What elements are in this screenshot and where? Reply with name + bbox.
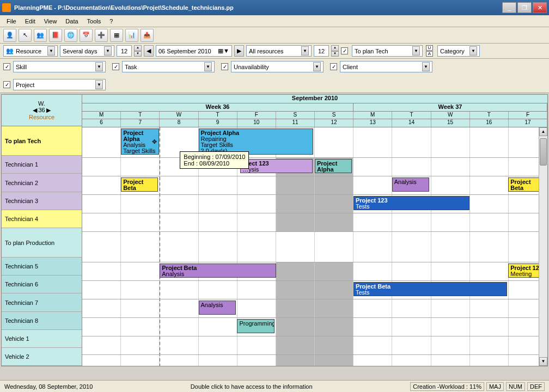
day-number-cell: 10: [237, 119, 276, 127]
event-tech1-alpha-delivery[interactable]: Project AlphaDelivery: [315, 159, 352, 173]
resource-row-tech1[interactable]: Technician 1: [2, 156, 82, 174]
resource-row-tech8[interactable]: Technician 8: [2, 312, 82, 330]
chevron-down-icon: ▼: [204, 62, 212, 71]
resource-row-tech3[interactable]: Technician 3: [2, 192, 82, 210]
event-tech2-beta-appointment[interactable]: Project BetaAppointment: [121, 177, 158, 192]
scroll-down-button[interactable]: ▼: [539, 357, 547, 366]
day-letter-cell: M: [82, 112, 121, 119]
chevron-down-icon: ▼: [469, 46, 477, 56]
close-button[interactable]: ✕: [533, 2, 547, 13]
day-number-cell: 11: [276, 119, 315, 127]
date-field[interactable]: 06 September 2010 ▦▼: [156, 45, 232, 57]
toolbar-add-calendar-icon[interactable]: ➕: [95, 29, 108, 42]
toolbar-book-icon[interactable]: 📕: [49, 29, 62, 42]
project-checkbox[interactable]: ✓: [3, 81, 10, 88]
toolbar-cursor-icon[interactable]: ↖: [19, 29, 32, 42]
minimize-button[interactable]: _: [502, 2, 516, 13]
resources-filter-dropdown[interactable]: All resources ▼: [246, 45, 312, 57]
resource-row-vehicle1[interactable]: Vehicle 1: [2, 330, 82, 348]
resource-dropdown[interactable]: 👥 Resource ▼: [3, 45, 58, 57]
period-spin-buttons[interactable]: ▲▼: [134, 45, 142, 57]
a-toggle[interactable]: A: [426, 51, 433, 57]
status-num: NUM: [506, 382, 525, 391]
toolbar-user-icon[interactable]: 👤: [3, 29, 16, 42]
vertical-scrollbar[interactable]: ▲ ▼: [539, 127, 547, 366]
resource-row-tech5[interactable]: Technician 5: [2, 258, 82, 275]
event-tech6-beta-tests[interactable]: Project BetaTests: [353, 282, 507, 296]
period-dropdown[interactable]: Several days ▼: [60, 45, 114, 57]
category-dropdown[interactable]: Category ▼: [437, 45, 480, 57]
day-letter-cell: T: [121, 112, 160, 119]
toolbar-grid-icon[interactable]: ▦: [110, 29, 123, 42]
event-tech2-analysis[interactable]: Analysis: [392, 177, 429, 192]
skill-dropdown[interactable]: Skill▼: [13, 61, 106, 72]
prev-date-button[interactable]: ◀: [144, 45, 154, 57]
resource-count-input[interactable]: [314, 45, 329, 57]
toolbar-users-icon[interactable]: 👥: [34, 29, 47, 42]
event-toplan-alpha-repairing[interactable]: Project Alpha Repairing Target Skills 2.…: [199, 128, 313, 155]
toolbar-export-icon[interactable]: 📤: [141, 29, 154, 42]
task-dropdown[interactable]: Task▼: [122, 61, 215, 72]
event-toplan-alpha-analysis[interactable]: Project Alpha Analysis Target Skills 2.0…: [121, 128, 159, 155]
menu-view[interactable]: View: [40, 17, 62, 26]
skill-checkbox[interactable]: ✓: [3, 63, 10, 70]
calendar-icon: ▦▼: [218, 47, 229, 54]
next-week-button[interactable]: ▶: [46, 107, 51, 114]
resource-row-tech6[interactable]: Technician 6: [2, 275, 82, 293]
day-letter-cell: W: [160, 112, 198, 119]
menu-edit[interactable]: Edit: [21, 17, 40, 26]
resource-row-toplan-prod[interactable]: To plan Production: [2, 228, 82, 258]
resource-row-tech2[interactable]: Technician 2: [2, 174, 82, 192]
scroll-up-button[interactable]: ▲: [539, 127, 547, 136]
toolbar-globe-icon[interactable]: 🌐: [64, 29, 77, 42]
toolbar-report-icon[interactable]: 📊: [125, 29, 138, 42]
menu-file[interactable]: File: [2, 17, 21, 26]
client-checkbox[interactable]: ✓: [330, 63, 337, 70]
maximize-button[interactable]: ❐: [517, 2, 532, 13]
week-36-header: Week 36: [82, 103, 353, 111]
scroll-thumb[interactable]: [540, 138, 547, 166]
resource-spin-buttons[interactable]: ▲▼: [331, 45, 339, 57]
week-headers: Week 36 Week 37: [82, 103, 547, 112]
event-tech7-analysis[interactable]: Analysis: [199, 301, 236, 315]
event-tech5-beta-analysis[interactable]: Project BetaAnalysis: [160, 264, 276, 278]
timeline-area[interactable]: September 2010 Week 36 Week 37 MTWTFSSMT…: [82, 95, 547, 366]
resource-row-toplan-tech[interactable]: To plan Tech: [2, 126, 82, 156]
day-letter-cell: T: [392, 112, 431, 119]
day-number-cell: 6: [82, 119, 121, 127]
toolbar-calendar-icon[interactable]: 📅: [80, 29, 93, 42]
resource-row-tech7[interactable]: Technician 7: [2, 293, 82, 311]
u-toggle[interactable]: U: [426, 45, 433, 51]
menu-tools[interactable]: Tools: [83, 17, 106, 26]
toolbar: 👤 ↖ 👥 📕 🌐 📅 ➕ ▦ 📊 📤: [0, 27, 549, 44]
menu-help[interactable]: ?: [105, 17, 117, 26]
day-letter-cell: F: [509, 112, 547, 119]
event-tech8-programming[interactable]: Programming: [237, 319, 274, 333]
unavailability-dropdown[interactable]: Unavailability▼: [231, 61, 324, 72]
status-workload: Creation -Workload : 11%: [410, 382, 484, 391]
month-header: September 2010: [82, 95, 547, 103]
grid-body[interactable]: Project Alpha Analysis Target Skills 2.0…: [82, 127, 547, 366]
next-date-button[interactable]: ▶: [234, 45, 244, 57]
status-date: Wednesday, 08 September, 2010: [4, 383, 93, 390]
menu-data[interactable]: Data: [61, 17, 82, 26]
task-checkbox[interactable]: ✓: [112, 63, 119, 70]
resource-row-tech4[interactable]: Technician 4: [2, 210, 82, 228]
day-letter-row: MTWTFSSMTWTF: [82, 112, 547, 119]
event-tech1-proj123[interactable]: …ect 123…ysis: [240, 159, 312, 173]
period-count-input[interactable]: [117, 45, 132, 57]
day-letter-cell: F: [237, 112, 276, 119]
day-number-row: 67891011121314151617: [82, 119, 547, 127]
prev-week-button[interactable]: ◀: [33, 107, 37, 114]
resource-row-vehicle2[interactable]: Vehicle 2: [2, 348, 82, 366]
unavailability-checkbox[interactable]: ✓: [221, 63, 228, 70]
status-bar: Wednesday, 08 September, 2010 Double cli…: [0, 380, 549, 392]
day-number-cell: 13: [353, 119, 392, 127]
label-filter-checkbox[interactable]: ✓: [341, 47, 348, 54]
chevron-down-icon: ▼: [95, 80, 103, 89]
client-dropdown[interactable]: Client▼: [340, 61, 432, 72]
day-letter-cell: W: [431, 112, 470, 119]
project-dropdown[interactable]: Project▼: [13, 79, 106, 90]
event-tech3-proj123-tests[interactable]: Project 123Tests: [353, 196, 470, 210]
label-filter-dropdown[interactable]: To plan Tech ▼: [352, 45, 423, 57]
